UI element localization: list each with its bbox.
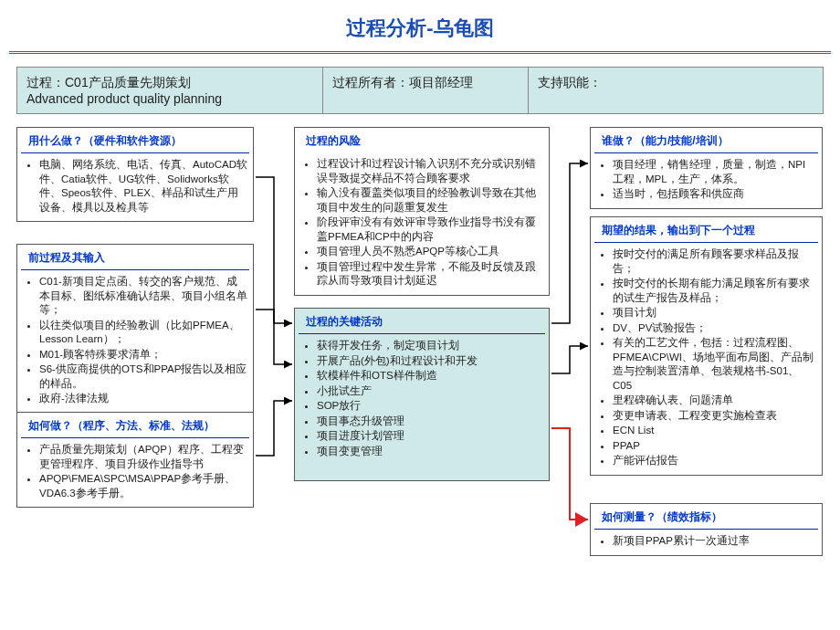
header-process-en: Advanced product quality planning	[26, 91, 313, 106]
page-title: 过程分析-乌龟图	[0, 0, 840, 51]
title-divider	[9, 51, 831, 54]
header-process-cn: 过程：C01产品质量先期策划	[26, 75, 313, 91]
arrows	[16, 127, 824, 602]
header-process: 过程：C01产品质量先期策划 Advanced product quality …	[17, 68, 323, 113]
header-support: 支持职能：	[529, 68, 823, 113]
header-table: 过程：C01产品质量先期策划 Advanced product quality …	[16, 67, 824, 114]
diagram-canvas: 用什么做？（硬件和软件资源） 电脑、网络系统、电话、传真、AutoCAD软件、C…	[16, 127, 824, 602]
header-owner: 过程所有者：项目部经理	[323, 68, 529, 113]
